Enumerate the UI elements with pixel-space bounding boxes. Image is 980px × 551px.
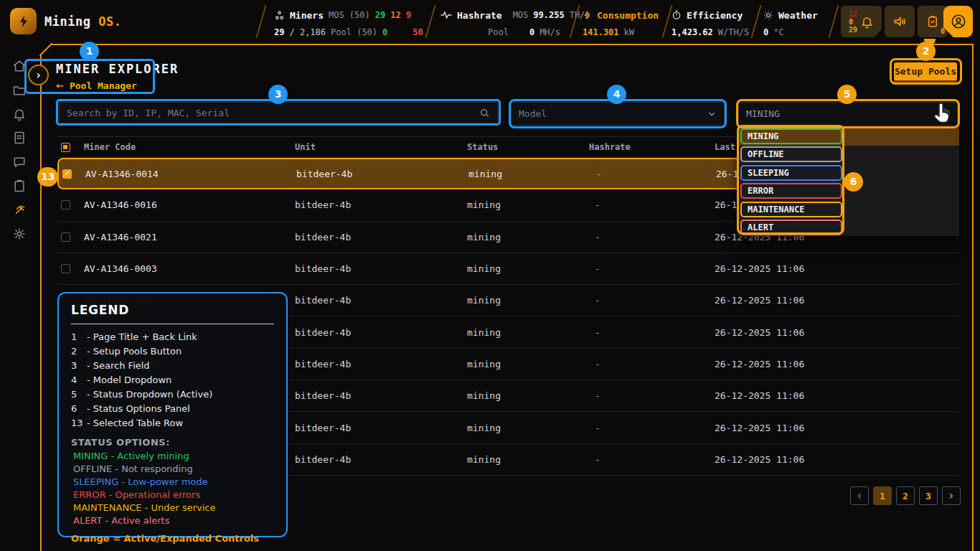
top-bar: Mining OS. Miners MOS (50) 29 12 9 29 / … xyxy=(0,0,980,43)
miner-hashrate: - xyxy=(589,359,715,369)
legend-status-alert: ALERT - Active alerts xyxy=(71,515,274,528)
miner-hashrate: - xyxy=(589,295,715,306)
miner-last-seen: 26-12-2025 11:06 xyxy=(715,423,959,433)
pulse-icon xyxy=(440,10,452,20)
miner-last-seen: 26-12-2025 11:06 xyxy=(715,359,959,369)
back-arrow-icon: ← xyxy=(56,80,64,91)
miner-status: mining xyxy=(467,390,589,401)
hashrate-mos-value: 99.255 xyxy=(533,10,564,20)
miner-unit: bitdeer-4b xyxy=(295,295,467,306)
efficiency-value: 1,423.62 xyxy=(672,27,713,37)
miner-hashrate: - xyxy=(589,423,715,433)
status-option-offline[interactable]: OFFLINE xyxy=(740,146,842,162)
legend-status-mining: MINING - Actively mining xyxy=(71,451,274,463)
app-logo[interactable]: Mining OS. xyxy=(10,8,121,34)
miner-checkbox[interactable] xyxy=(62,169,72,179)
status-option-sleeping[interactable]: SLEEPING xyxy=(740,165,842,181)
clipboard-icon xyxy=(926,15,939,28)
legend-item: 6- Status Options Panel xyxy=(71,403,274,418)
sidebar-item-clipboard[interactable] xyxy=(11,178,27,194)
miner-status: mining xyxy=(467,295,589,306)
page-title: MINER EXPLORER xyxy=(56,62,179,76)
header-divider xyxy=(255,5,266,38)
stat-efficiency: Efficiency 1,423.62 W/TH/S xyxy=(672,0,749,39)
miner-checkbox[interactable] xyxy=(61,232,70,242)
prev-page-button[interactable]: ‹ xyxy=(850,486,869,505)
page-button-2[interactable]: 2 xyxy=(896,486,915,505)
legend-item: 2- Setup Pools Button xyxy=(71,346,274,360)
sidebar-nav xyxy=(0,43,37,551)
select-all-checkbox[interactable] xyxy=(61,143,70,152)
miner-unit: bitdeer-4b xyxy=(295,454,467,465)
setup-pools-button[interactable]: Setup Pools xyxy=(894,62,957,80)
miner-last-seen: 26-12-2025 11:06 xyxy=(715,263,959,274)
col-status: Status xyxy=(467,142,589,152)
announcements-button[interactable] xyxy=(885,6,915,37)
miner-hashrate: - xyxy=(589,454,715,465)
hashrate-pool-value: 0 xyxy=(529,27,534,37)
annotation-badge-5: 5 xyxy=(837,85,857,104)
miner-checkbox[interactable] xyxy=(61,264,70,273)
account-button[interactable] xyxy=(943,6,973,37)
next-page-button[interactable]: › xyxy=(942,486,961,505)
stat-hashrate: Hashrate MOS 99.255 TH/s Pool 0 MH/s xyxy=(440,0,590,39)
miner-status: mining xyxy=(467,454,589,465)
back-link-pool-manager[interactable]: ← Pool Manager xyxy=(56,80,137,91)
page-button-3[interactable]: 3 xyxy=(919,486,938,505)
table-row[interactable]: AV-A1346-0003bitdeer-4bmining-26-12-2025… xyxy=(57,253,959,285)
stat-miners: Miners MOS (50) 29 12 9 29 / 2,186 Pool … xyxy=(274,0,423,39)
notifications-button[interactable]: 12 0 29 xyxy=(841,6,882,37)
legend-title: LEGEND xyxy=(71,303,274,317)
sidebar-item-folder[interactable] xyxy=(11,83,27,98)
page-button-1[interactable]: 1 xyxy=(873,486,892,505)
legend-status-error: ERROR - Operational errors xyxy=(71,489,274,502)
document-icon xyxy=(12,131,27,145)
sidebar-item-document[interactable] xyxy=(11,130,27,146)
status-option-mining[interactable]: MINING xyxy=(740,128,842,144)
sidebar-item-home[interactable] xyxy=(11,58,27,74)
sidebar-item-chat[interactable] xyxy=(11,154,27,170)
status-option-alert[interactable]: ALERT xyxy=(740,220,842,235)
weather-value: 0 xyxy=(763,27,768,37)
status-option-maintenance[interactable]: MAINTENANCE xyxy=(740,202,842,217)
sidebar-item-bell[interactable] xyxy=(11,106,27,122)
miner-checkbox[interactable] xyxy=(61,200,70,209)
annotation-badge-2: 2 xyxy=(916,42,936,61)
notification-counts: 12 0 29 xyxy=(849,10,857,34)
search-input[interactable]: Search by ID, IP, MAC, Serial xyxy=(59,102,498,123)
sidebar-collapse-button[interactable]: › xyxy=(28,65,49,85)
settings-icon xyxy=(12,227,27,241)
tasks-button[interactable]: 0 xyxy=(918,6,948,37)
model-dropdown[interactable]: Model xyxy=(511,102,725,126)
search-icon xyxy=(479,108,490,118)
miner-unit: bitdeer-4b xyxy=(295,199,467,210)
miner-hashrate: - xyxy=(589,390,715,401)
header-divider xyxy=(828,5,839,38)
miner-last-seen: 26-12-2025 11:06 xyxy=(715,454,959,465)
home-icon xyxy=(12,59,27,73)
bell-icon xyxy=(860,15,874,29)
legend-divider xyxy=(71,324,274,324)
pagination: ‹ 123 › xyxy=(850,486,961,505)
consumption-value: 141.301 xyxy=(583,27,619,37)
sidebar-item-settings[interactable] xyxy=(11,226,27,242)
sidebar-item-pickaxe[interactable] xyxy=(11,202,27,218)
miner-hashrate: - xyxy=(589,232,715,242)
status-dropdown[interactable]: MINING × xyxy=(738,102,958,126)
miner-unit: bitdeer-4b xyxy=(295,327,467,338)
legend-item: 4- Model Dropdown xyxy=(71,375,274,389)
miners-mos-err: 9 xyxy=(406,10,411,20)
miners-pool-ok: 0 xyxy=(382,27,387,37)
miner-code: AV-A1346-0014 xyxy=(85,169,296,179)
stat-consumption: Consumption 141.301 kW xyxy=(583,0,659,39)
chat-icon xyxy=(12,155,27,169)
miner-last-seen: 26-12-2025 11:06 xyxy=(715,295,959,306)
annotation-badge-4: 4 xyxy=(607,85,626,104)
legend-status-offline: OFFLINE - Not responding xyxy=(71,463,274,476)
clear-filter-icon[interactable]: × xyxy=(939,108,950,119)
miner-code: AV-A1346-0021 xyxy=(84,232,295,242)
miner-status: mining xyxy=(468,169,590,179)
status-option-error[interactable]: ERROR xyxy=(740,183,842,199)
miner-status: mining xyxy=(467,359,589,369)
miner-status: mining xyxy=(467,327,589,338)
